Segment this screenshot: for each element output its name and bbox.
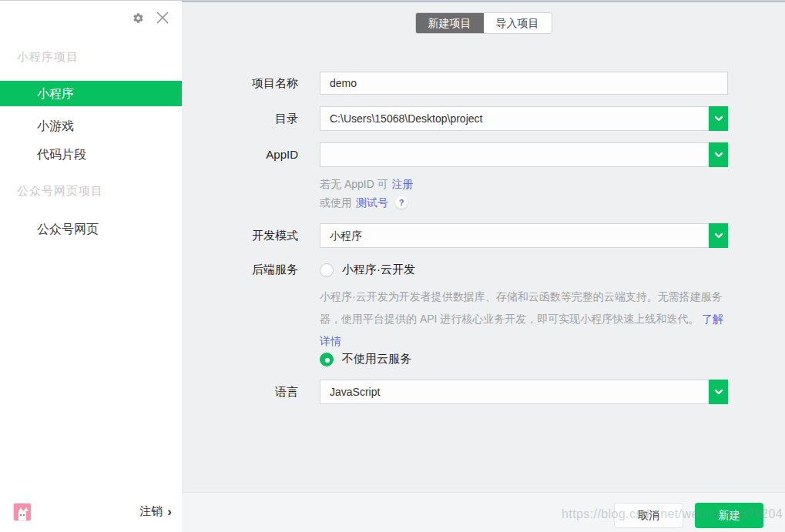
cancel-button[interactable]: 取消 [614,503,683,528]
radio-checked-icon[interactable] [320,353,334,366]
create-button[interactable]: 新建 [695,503,763,528]
directory-value: C:\Users\15068\Desktop\project [330,107,704,130]
avatar-cat-eye [23,514,25,516]
language-value: JavaScript [330,380,704,403]
appid-label: AppID [182,142,298,167]
radio-dot [325,358,330,363]
logout-label: 注销 [139,504,163,519]
appid-hint-text: 若无 AppID 可 [320,175,388,193]
appid-value [330,143,704,166]
avatar-cat-face [18,510,26,521]
sidebar-item-minigame[interactable]: 小游戏 [0,113,182,139]
tab-new-project[interactable]: 新建项目 [416,13,484,33]
project-tabs: 新建项目 导入项目 [415,12,552,34]
appid-select[interactable] [320,142,728,167]
tab-import-project[interactable]: 导入项目 [484,13,552,33]
project-name-label: 项目名称 [182,72,298,95]
appid-hint-line1: 若无 AppID 可 注册 [320,175,414,193]
sidebar-group-official-account-project: 公众号网页项目 [17,184,103,199]
directory-select[interactable]: C:\Users\15068\Desktop\project [320,106,728,131]
cloud-dev-option-label: 小程序·云开发 [342,263,415,277]
chevron-down-icon[interactable] [709,142,728,167]
window-controls [129,9,171,26]
help-question-icon[interactable]: ? [395,196,408,209]
test-account-link[interactable]: 测试号 [356,193,388,212]
chevron-down-icon[interactable] [709,223,728,248]
directory-label: 目录 [182,106,298,131]
dev-mode-label: 开发模式 [182,223,298,248]
no-cloud-radio-option[interactable]: 不使用云服务 [320,352,411,366]
chevron-right-icon: › [167,505,172,518]
chevron-down-icon[interactable] [709,380,728,404]
language-label: 语言 [182,380,298,404]
chevron-down-icon[interactable] [709,106,728,131]
close-icon[interactable] [154,9,171,26]
radio-unchecked-icon[interactable] [320,263,334,277]
project-name-input[interactable] [320,72,728,95]
appid-hint-line2: 或使用 测试号 ? [320,193,414,212]
no-cloud-option-label: 不使用云服务 [342,352,411,366]
new-project-panel: 新建项目 导入项目 项目名称 目录 C:\Users\15068\Desktop… [182,1,785,532]
backend-service-label: 后端服务 [182,256,298,283]
wechat-devtools-window: 小程序项目 小程序 小游戏 代码片段 公众号网页项目 公众号网页 注销 › 新建… [0,0,785,532]
appid-hint: 若无 AppID 可 注册 或使用 测试号 ? [320,175,414,212]
dev-mode-select[interactable]: 小程序 [320,223,728,248]
cloud-dev-radio-option[interactable]: 小程序·云开发 [320,263,415,277]
register-link[interactable]: 注册 [392,175,414,193]
cloud-dev-description-text: 小程序·云开发为开发者提供数据库、存储和云函数等完整的云端支持。无需搭建服务器，… [320,290,723,325]
language-select[interactable]: JavaScript [320,380,728,404]
footer-bar: 取消 新建 https://blog.csdn.net/weixin_44379… [182,492,785,532]
sidebar-item-code-snippet[interactable]: 代码片段 [0,142,182,167]
sidebar: 小程序项目 小程序 小游戏 代码片段 公众号网页项目 公众号网页 注销 › [0,1,182,532]
logout-button[interactable]: 注销 › [139,504,172,519]
sidebar-group-miniprogram-project: 小程序项目 [17,50,79,65]
avatar-cat-eye [20,514,22,516]
sidebar-item-miniprogram[interactable]: 小程序 [0,81,182,106]
dev-mode-value: 小程序 [330,224,704,247]
appid-hint-text: 或使用 [320,193,352,212]
settings-gear-icon[interactable] [129,9,146,26]
sidebar-item-official-account-webpage[interactable]: 公众号网页 [0,216,182,242]
user-avatar[interactable] [13,503,32,521]
cloud-dev-description: 小程序·云开发为开发者提供数据库、存储和云函数等完整的云端支持。无需搭建服务器，… [320,286,734,353]
